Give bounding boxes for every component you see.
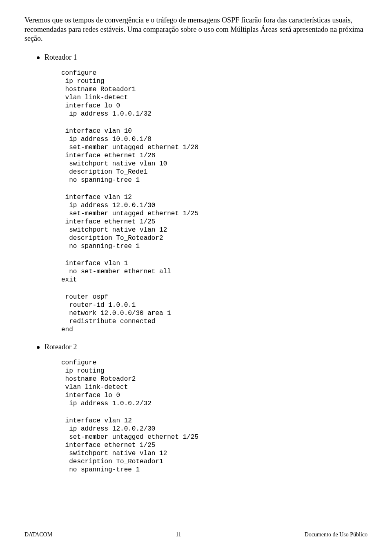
code-r1-block5: router ospf router-id 1.0.0.1 network 12…	[61, 293, 368, 334]
code-r2-block1: configure ip routing hostname Roteador2 …	[61, 359, 368, 408]
code-r1-block4: interface vlan 1 no set-member ethernet …	[61, 259, 368, 284]
code-r1-block3: interface vlan 12 ip address 12.0.0.1/30…	[61, 193, 368, 250]
bullet-label: Roteador 1	[45, 53, 77, 62]
code-r1-block1: configure ip routing hostname Roteador1 …	[61, 69, 368, 118]
code-r2-block2: interface vlan 12 ip address 12.0.0.2/30…	[61, 417, 368, 474]
bullet-roteador-1: Roteador 1	[37, 53, 368, 62]
bullet-label: Roteador 2	[45, 343, 77, 351]
bullet-icon	[37, 346, 40, 349]
page: Veremos que os tempos de convergência e …	[0, 0, 392, 547]
bullet-roteador-2: Roteador 2	[37, 343, 368, 351]
code-r1-block2: interface vlan 10 ip address 10.0.0.1/8 …	[61, 127, 368, 184]
footer-page-number: 11	[176, 531, 181, 538]
bullet-icon	[37, 56, 40, 59]
intro-paragraph: Veremos que os tempos de convergência e …	[24, 16, 368, 43]
footer-left: DATACOM	[24, 531, 52, 538]
footer-right: Documento de Uso Público	[305, 531, 368, 538]
footer: DATACOM 11 Documento de Uso Público	[24, 531, 368, 538]
